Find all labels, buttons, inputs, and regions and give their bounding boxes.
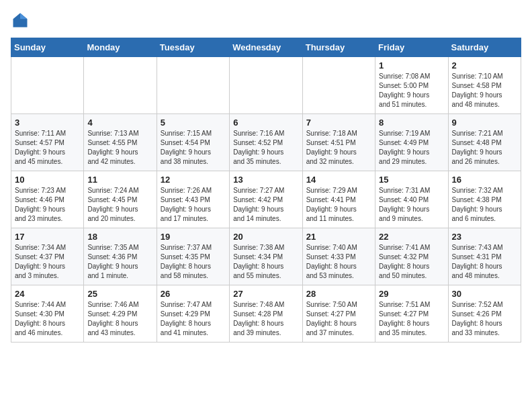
- calendar-cell: 24Sunrise: 7:44 AM Sunset: 4:30 PM Dayli…: [11, 285, 84, 342]
- calendar-cell: [84, 57, 157, 114]
- calendar-week-1: 3Sunrise: 7:11 AM Sunset: 4:57 PM Daylig…: [11, 114, 521, 171]
- day-number: 2: [452, 60, 517, 71]
- page-header: [11, 11, 521, 30]
- day-number: 6: [233, 118, 298, 128]
- calendar-week-0: 1Sunrise: 7:08 AM Sunset: 5:00 PM Daylig…: [11, 57, 521, 114]
- day-number: 11: [87, 175, 152, 185]
- calendar-week-3: 17Sunrise: 7:34 AM Sunset: 4:37 PM Dayli…: [11, 228, 521, 285]
- day-info: Sunrise: 7:43 AM Sunset: 4:31 PM Dayligh…: [452, 243, 517, 281]
- day-number: 5: [161, 118, 226, 128]
- calendar-week-2: 10Sunrise: 7:23 AM Sunset: 4:46 PM Dayli…: [11, 171, 521, 228]
- day-info: Sunrise: 7:41 AM Sunset: 4:32 PM Dayligh…: [379, 243, 444, 281]
- calendar-cell: 7Sunrise: 7:18 AM Sunset: 4:51 PM Daylig…: [302, 114, 375, 171]
- calendar-cell: 3Sunrise: 7:11 AM Sunset: 4:57 PM Daylig…: [11, 114, 84, 171]
- day-number: 15: [379, 175, 444, 185]
- calendar-week-4: 24Sunrise: 7:44 AM Sunset: 4:30 PM Dayli…: [11, 285, 521, 342]
- logo: [11, 11, 32, 30]
- day-info: Sunrise: 7:50 AM Sunset: 4:27 PM Dayligh…: [306, 300, 371, 338]
- day-info: Sunrise: 7:31 AM Sunset: 4:40 PM Dayligh…: [379, 186, 444, 224]
- calendar-cell: [11, 57, 84, 114]
- calendar-cell: 27Sunrise: 7:48 AM Sunset: 4:28 PM Dayli…: [230, 285, 302, 342]
- day-number: 26: [161, 289, 226, 299]
- day-info: Sunrise: 7:35 AM Sunset: 4:36 PM Dayligh…: [87, 243, 152, 281]
- calendar-cell: 17Sunrise: 7:34 AM Sunset: 4:37 PM Dayli…: [11, 228, 84, 285]
- day-info: Sunrise: 7:10 AM Sunset: 4:58 PM Dayligh…: [452, 72, 517, 109]
- calendar-cell: 1Sunrise: 7:08 AM Sunset: 5:00 PM Daylig…: [375, 57, 448, 114]
- calendar-cell: 10Sunrise: 7:23 AM Sunset: 4:46 PM Dayli…: [11, 171, 84, 228]
- day-number: 27: [233, 289, 298, 299]
- day-number: 24: [15, 289, 80, 299]
- calendar-cell: 15Sunrise: 7:31 AM Sunset: 4:40 PM Dayli…: [375, 171, 448, 228]
- calendar-cell: 9Sunrise: 7:21 AM Sunset: 4:48 PM Daylig…: [448, 114, 521, 171]
- day-number: 25: [87, 289, 152, 299]
- calendar-cell: 12Sunrise: 7:26 AM Sunset: 4:43 PM Dayli…: [157, 171, 229, 228]
- calendar-cell: 14Sunrise: 7:29 AM Sunset: 4:41 PM Dayli…: [302, 171, 375, 228]
- calendar-table: SundayMondayTuesdayWednesdayThursdayFrid…: [11, 38, 521, 342]
- calendar-cell: 28Sunrise: 7:50 AM Sunset: 4:27 PM Dayli…: [302, 285, 375, 342]
- day-number: 14: [306, 175, 371, 185]
- calendar-cell: 6Sunrise: 7:16 AM Sunset: 4:52 PM Daylig…: [230, 114, 302, 171]
- day-info: Sunrise: 7:16 AM Sunset: 4:52 PM Dayligh…: [233, 129, 298, 167]
- calendar-cell: 30Sunrise: 7:52 AM Sunset: 4:26 PM Dayli…: [448, 285, 521, 342]
- day-info: Sunrise: 7:47 AM Sunset: 4:29 PM Dayligh…: [161, 300, 226, 338]
- day-info: Sunrise: 7:23 AM Sunset: 4:46 PM Dayligh…: [15, 186, 80, 224]
- calendar-header-row: SundayMondayTuesdayWednesdayThursdayFrid…: [11, 38, 521, 57]
- header-wednesday: Wednesday: [230, 38, 302, 57]
- day-number: 1: [379, 60, 444, 71]
- calendar-cell: 20Sunrise: 7:38 AM Sunset: 4:34 PM Dayli…: [230, 228, 302, 285]
- day-number: 3: [15, 118, 80, 128]
- day-number: 16: [452, 175, 517, 185]
- day-info: Sunrise: 7:21 AM Sunset: 4:48 PM Dayligh…: [452, 129, 517, 167]
- calendar-cell: 2Sunrise: 7:10 AM Sunset: 4:58 PM Daylig…: [448, 57, 521, 114]
- day-number: 7: [306, 118, 371, 128]
- day-number: 13: [233, 175, 298, 185]
- day-info: Sunrise: 7:38 AM Sunset: 4:34 PM Dayligh…: [233, 243, 298, 281]
- day-number: 12: [161, 175, 226, 185]
- day-info: Sunrise: 7:29 AM Sunset: 4:41 PM Dayligh…: [306, 186, 371, 224]
- logo-icon: [11, 11, 30, 30]
- day-info: Sunrise: 7:44 AM Sunset: 4:30 PM Dayligh…: [15, 300, 80, 338]
- calendar-cell: 21Sunrise: 7:40 AM Sunset: 4:33 PM Dayli…: [302, 228, 375, 285]
- day-info: Sunrise: 7:46 AM Sunset: 4:29 PM Dayligh…: [87, 300, 152, 338]
- day-number: 23: [452, 232, 517, 242]
- day-info: Sunrise: 7:19 AM Sunset: 4:49 PM Dayligh…: [379, 129, 444, 167]
- day-number: 19: [161, 232, 226, 242]
- header-monday: Monday: [84, 38, 157, 57]
- header-tuesday: Tuesday: [157, 38, 229, 57]
- calendar-cell: 22Sunrise: 7:41 AM Sunset: 4:32 PM Dayli…: [375, 228, 448, 285]
- day-info: Sunrise: 7:15 AM Sunset: 4:54 PM Dayligh…: [161, 129, 226, 167]
- calendar-cell: [230, 57, 302, 114]
- day-number: 18: [87, 232, 152, 242]
- day-info: Sunrise: 7:27 AM Sunset: 4:42 PM Dayligh…: [233, 186, 298, 224]
- calendar-cell: [302, 57, 375, 114]
- calendar-cell: 13Sunrise: 7:27 AM Sunset: 4:42 PM Dayli…: [230, 171, 302, 228]
- day-number: 28: [306, 289, 371, 299]
- day-number: 4: [87, 118, 152, 128]
- day-info: Sunrise: 7:32 AM Sunset: 4:38 PM Dayligh…: [452, 186, 517, 224]
- header-sunday: Sunday: [11, 38, 84, 57]
- day-info: Sunrise: 7:48 AM Sunset: 4:28 PM Dayligh…: [233, 300, 298, 338]
- header-saturday: Saturday: [448, 38, 521, 57]
- calendar-cell: 16Sunrise: 7:32 AM Sunset: 4:38 PM Dayli…: [448, 171, 521, 228]
- day-number: 30: [452, 289, 517, 299]
- day-info: Sunrise: 7:24 AM Sunset: 4:45 PM Dayligh…: [87, 186, 152, 224]
- day-info: Sunrise: 7:13 AM Sunset: 4:55 PM Dayligh…: [87, 129, 152, 167]
- calendar-cell: 8Sunrise: 7:19 AM Sunset: 4:49 PM Daylig…: [375, 114, 448, 171]
- calendar-cell: [157, 57, 229, 114]
- day-info: Sunrise: 7:34 AM Sunset: 4:37 PM Dayligh…: [15, 243, 80, 281]
- day-number: 17: [15, 232, 80, 242]
- day-info: Sunrise: 7:11 AM Sunset: 4:57 PM Dayligh…: [15, 129, 80, 167]
- day-info: Sunrise: 7:37 AM Sunset: 4:35 PM Dayligh…: [161, 243, 226, 281]
- header-friday: Friday: [375, 38, 448, 57]
- calendar-cell: 5Sunrise: 7:15 AM Sunset: 4:54 PM Daylig…: [157, 114, 229, 171]
- day-number: 9: [452, 118, 517, 128]
- header-thursday: Thursday: [302, 38, 375, 57]
- day-info: Sunrise: 7:18 AM Sunset: 4:51 PM Dayligh…: [306, 129, 371, 167]
- calendar-cell: 18Sunrise: 7:35 AM Sunset: 4:36 PM Dayli…: [84, 228, 157, 285]
- day-info: Sunrise: 7:52 AM Sunset: 4:26 PM Dayligh…: [452, 300, 517, 338]
- calendar-cell: 19Sunrise: 7:37 AM Sunset: 4:35 PM Dayli…: [157, 228, 229, 285]
- calendar-cell: 26Sunrise: 7:47 AM Sunset: 4:29 PM Dayli…: [157, 285, 229, 342]
- day-info: Sunrise: 7:26 AM Sunset: 4:43 PM Dayligh…: [161, 186, 226, 224]
- day-info: Sunrise: 7:08 AM Sunset: 5:00 PM Dayligh…: [379, 72, 444, 109]
- calendar-cell: 11Sunrise: 7:24 AM Sunset: 4:45 PM Dayli…: [84, 171, 157, 228]
